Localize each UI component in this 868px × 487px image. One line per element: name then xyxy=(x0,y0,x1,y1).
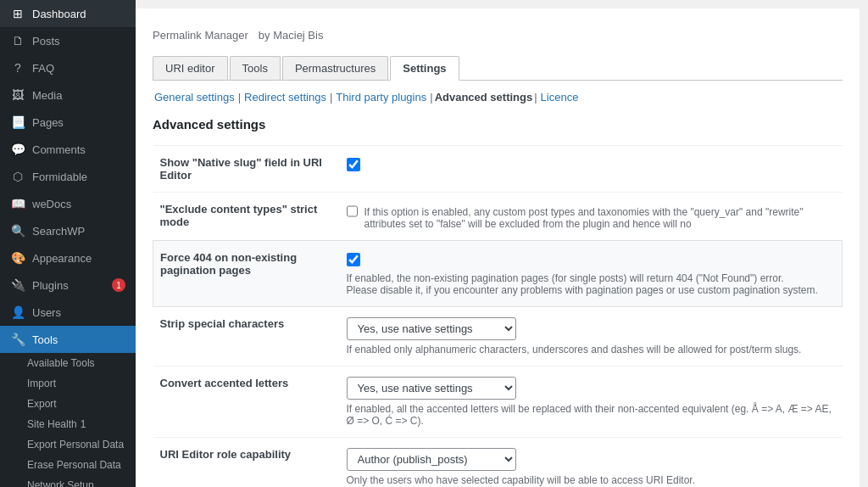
pages-icon: 📃 xyxy=(10,115,25,129)
setting-row-force-404: Force 404 on non-existing pagination pag… xyxy=(153,241,843,307)
exclude-content-desc: If this option is enabled, any custom po… xyxy=(364,206,836,230)
setting-label-native-slug: Show "Native slug" field in URI Editor xyxy=(153,146,340,193)
sidebar-label-media: Media xyxy=(32,89,62,102)
sidebar-sub-site-health[interactable]: Site Health 1 xyxy=(0,414,136,434)
section-title: Advanced settings xyxy=(153,117,843,132)
setting-row-convert-accented: Convert accented letters Yes, use native… xyxy=(153,367,843,438)
subnav-licence[interactable]: Licence xyxy=(539,91,581,104)
sidebar-sub-erase-personal[interactable]: Erase Personal Data xyxy=(0,455,136,475)
sidebar: ⊞ Dashboard 🗋 Posts ? FAQ 🖼 Media 📃 Page… xyxy=(0,0,136,487)
subnav-advanced: Advanced settings xyxy=(435,91,533,104)
setting-label-uri-role: URI Editor role capability xyxy=(153,438,340,488)
subnav-redirect[interactable]: Redirect settings xyxy=(242,91,328,104)
tab-permastructures[interactable]: Permastructures xyxy=(282,56,388,80)
plugins-icon: 🔌 xyxy=(10,278,25,292)
force-404-checkbox[interactable] xyxy=(347,253,360,266)
sidebar-label-dashboard: Dashboard xyxy=(32,8,86,20)
setting-control-uri-role: Author (publish_posts) Editor Administra… xyxy=(340,438,843,488)
native-slug-checkbox[interactable] xyxy=(347,158,360,171)
site-health-badge: 1 xyxy=(81,418,86,430)
sidebar-label-pages: Pages xyxy=(32,116,64,129)
sidebar-item-faq[interactable]: ? FAQ xyxy=(0,54,136,81)
media-icon: 🖼 xyxy=(10,88,25,102)
subnav-third-party[interactable]: Third party plugins xyxy=(334,91,428,104)
searchwp-icon: 🔍 xyxy=(10,224,25,238)
sub-nav: General settings | Redirect settings | T… xyxy=(153,91,843,104)
comments-icon: 💬 xyxy=(10,143,25,156)
exclude-content-checkbox[interactable] xyxy=(347,204,358,218)
setting-control-exclude-content: If this option is enabled, any custom po… xyxy=(340,193,843,241)
setting-row-uri-role: URI Editor role capability Author (publi… xyxy=(153,438,843,488)
uri-role-desc: Only the users who have selected capabil… xyxy=(347,474,836,487)
sidebar-label-comments: Comments xyxy=(32,143,86,156)
tools-icon: 🔧 xyxy=(10,333,25,346)
faq-icon: ? xyxy=(10,61,25,75)
dashboard-icon: ⊞ xyxy=(10,7,25,20)
appearance-icon: 🎨 xyxy=(10,251,25,265)
sidebar-item-formidable[interactable]: ⬡ Formidable xyxy=(0,163,136,190)
sidebar-item-appearance[interactable]: 🎨 Appearance xyxy=(0,244,136,271)
settings-table: Show "Native slug" field in URI Editor "… xyxy=(153,145,843,487)
strip-special-desc: If enabled only alphanumeric characters,… xyxy=(347,344,836,355)
setting-label-strip-special: Strip special characters xyxy=(153,307,340,367)
sidebar-label-formidable: Formidable xyxy=(32,171,87,183)
sidebar-sub-available-tools[interactable]: Available Tools xyxy=(0,353,136,373)
plugins-badge: 1 xyxy=(112,278,125,292)
subnav-general[interactable]: General settings xyxy=(153,91,236,104)
sidebar-item-comments[interactable]: 💬 Comments xyxy=(0,136,136,163)
sidebar-item-posts[interactable]: 🗋 Posts xyxy=(0,27,136,54)
main-content: Permalink Manager by Maciej Bis URI edit… xyxy=(136,0,868,487)
setting-row-strip-special: Strip special characters Yes, use native… xyxy=(153,307,843,367)
sidebar-item-pages[interactable]: 📃 Pages xyxy=(0,109,136,136)
tab-settings[interactable]: Settings xyxy=(390,56,459,81)
setting-row-exclude-content: "Exclude content types" strict mode If t… xyxy=(153,193,843,241)
tab-bar: URI editor Tools Permastructures Setting… xyxy=(153,56,843,81)
setting-control-force-404: If enabled, the non-existing pagination … xyxy=(340,241,843,307)
setting-label-convert-accented: Convert accented letters xyxy=(153,367,340,438)
sidebar-sub-import[interactable]: Import xyxy=(0,373,136,394)
uri-role-select[interactable]: Author (publish_posts) Editor Administra… xyxy=(347,448,516,471)
sidebar-label-wedocs: weDocs xyxy=(32,198,71,210)
sidebar-sub-export[interactable]: Export xyxy=(0,394,136,414)
sidebar-item-wedocs[interactable]: 📖 weDocs xyxy=(0,190,136,217)
setting-control-native-slug xyxy=(340,146,843,193)
force-404-desc: If enabled, the non-existing pagination … xyxy=(347,272,836,296)
sidebar-label-tools: Tools xyxy=(32,333,58,346)
setting-row-native-slug: Show "Native slug" field in URI Editor xyxy=(153,146,843,193)
sidebar-item-searchwp[interactable]: 🔍 SearchWP xyxy=(0,217,136,244)
sidebar-item-dashboard[interactable]: ⊞ Dashboard xyxy=(0,0,136,27)
sidebar-item-users[interactable]: 👤 Users xyxy=(0,299,136,326)
sidebar-label-faq: FAQ xyxy=(32,62,54,75)
setting-control-convert-accented: Yes, use native settings No If enabled, … xyxy=(340,367,843,438)
sidebar-sub-export-personal[interactable]: Export Personal Data xyxy=(0,434,136,455)
setting-label-exclude-content: "Exclude content types" strict mode xyxy=(153,193,340,241)
sidebar-label-users: Users xyxy=(32,306,61,319)
users-icon: 👤 xyxy=(10,305,25,319)
setting-control-strip-special: Yes, use native settings No Yes, custom … xyxy=(340,307,843,367)
page-title: Permalink Manager by Maciej Bis xyxy=(153,22,843,44)
content-area: Permalink Manager by Maciej Bis URI edit… xyxy=(136,8,860,487)
sidebar-label-searchwp: SearchWP xyxy=(32,225,85,238)
strip-special-select[interactable]: Yes, use native settings No Yes, custom … xyxy=(347,317,516,340)
tab-tools[interactable]: Tools xyxy=(230,56,281,80)
sidebar-label-appearance: Appearance xyxy=(32,252,92,265)
sidebar-item-media[interactable]: 🖼 Media xyxy=(0,81,136,109)
sidebar-item-tools[interactable]: 🔧 Tools xyxy=(0,326,136,353)
convert-accented-select[interactable]: Yes, use native settings No xyxy=(347,377,516,400)
wedocs-icon: 📖 xyxy=(10,197,25,210)
posts-icon: 🗋 xyxy=(10,34,25,48)
page-subtitle: by Maciej Bis xyxy=(259,29,324,42)
tab-uri-editor[interactable]: URI editor xyxy=(153,56,228,80)
convert-accented-desc: If enabled, all the accented letters wil… xyxy=(347,403,836,427)
setting-label-force-404: Force 404 on non-existing pagination pag… xyxy=(153,241,340,307)
sidebar-sub-network-setup[interactable]: Network Setup xyxy=(0,475,136,487)
sidebar-item-plugins[interactable]: 🔌 Plugins 1 xyxy=(0,271,136,299)
sidebar-label-plugins: Plugins xyxy=(32,279,69,292)
sidebar-label-posts: Posts xyxy=(32,35,60,48)
formidable-icon: ⬡ xyxy=(10,170,25,183)
